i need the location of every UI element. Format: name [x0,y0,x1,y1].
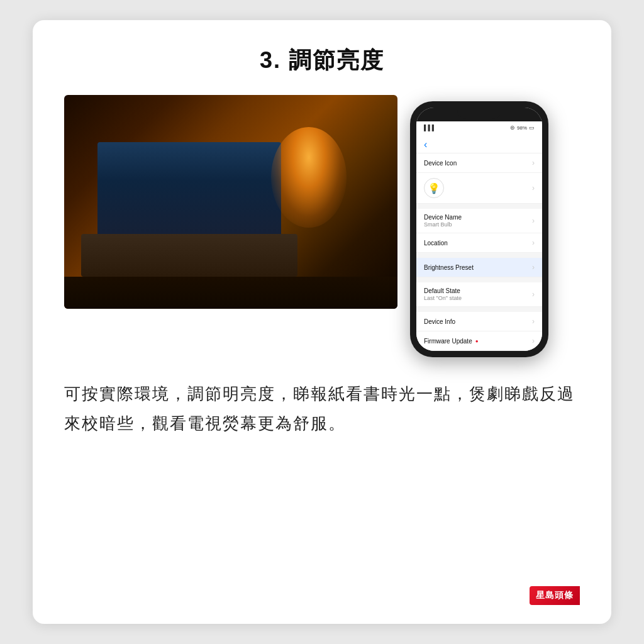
tv-stand [81,234,298,277]
default-state-chevron: › [532,290,535,299]
status-icons: ⊜ 98% ▭ [510,125,535,131]
signal-icon: ▌▌▌ [424,125,436,131]
device-info-label: Device Info [424,318,455,325]
default-state-value: Last "On" state [424,295,462,301]
section-gap-1 [416,204,542,209]
firmware-update-chevron: › [532,336,535,345]
battery-level: 98% [517,125,527,131]
brightness-preset-chevron: › [532,263,535,272]
bulb-icon: 💡 [424,178,444,198]
phone-mockup: ▌▌▌ ⊜ 98% ▭ ‹ Device Icon › [410,101,548,357]
status-bar: ▌▌▌ ⊜ 98% ▭ [416,121,542,134]
device-info-chevron: › [532,317,535,326]
device-name-chevron: › [532,216,535,225]
default-state-label: Default State [424,287,462,294]
logo-part1: 星島頭條 [530,586,580,605]
room-floor [64,277,397,309]
device-icon-row[interactable]: Device Icon › [416,153,542,173]
body-text: 可按實際環境，調節明亮度，睇報紙看書時光一點，煲劇睇戲反過來校暗些，觀看電視熒幕… [64,379,580,438]
location-chevron: › [532,238,535,247]
firmware-update-label: Firmware Update [424,338,472,345]
page-title: 3. 調節亮度 [64,45,580,76]
room-image [64,95,397,309]
device-name-label: Device Name [424,214,462,221]
location-label: Location [424,240,448,247]
phone-notch [416,108,542,121]
phone-screen: ▌▌▌ ⊜ 98% ▭ ‹ Device Icon › [416,108,542,351]
logo-area: 星島頭條 [530,586,580,605]
location-row[interactable]: Location › [416,233,542,253]
device-icon-chevron: › [532,158,535,167]
bulb-icon-row[interactable]: 💡 › [416,173,542,204]
brightness-preset-row[interactable]: Brightness Preset › [416,258,542,277]
content-row: ▌▌▌ ⊜ 98% ▭ ‹ Device Icon › [64,95,580,357]
battery-icon: ▭ [529,125,535,131]
firmware-update-row[interactable]: Firmware Update ● › [416,331,542,351]
tv-body [97,142,281,238]
bulb-chevron: › [532,184,535,192]
device-name-row[interactable]: Device Name Smart Bulb › [416,209,542,233]
section-gap-2 [416,253,542,258]
section-gap-4 [416,307,542,312]
brightness-preset-label: Brightness Preset [424,264,474,271]
device-icon-label: Device Icon [424,160,457,167]
back-button[interactable]: ‹ [424,139,427,150]
app-header: ‹ [416,134,542,153]
device-name-value: Smart Bulb [424,221,462,228]
notch-cutout [457,108,501,119]
section-gap-3 [416,277,542,282]
default-state-row[interactable]: Default State Last "On" state › [416,282,542,307]
firmware-dot: ● [475,338,479,344]
wifi-icon: ⊜ [510,125,515,131]
main-card: 3. 調節亮度 [33,20,611,624]
device-info-row[interactable]: Device Info › [416,312,542,331]
lamp-glow [271,127,347,228]
